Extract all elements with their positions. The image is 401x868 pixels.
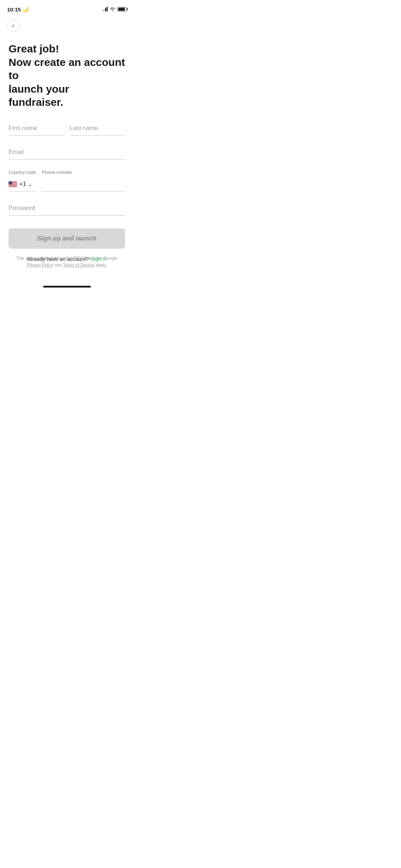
signup-button[interactable]: Sign up and launch [9, 228, 125, 249]
password-field [9, 202, 125, 216]
phone-number-label: Phone number [42, 170, 125, 175]
us-flag-icon: ★ ★ ★ ★ ★ ★ ★ ★ ★ ★ ★ ★ ★ ★ ★ ★ ★ ★ ★ ★ … [9, 181, 17, 187]
page-content: Great job!Now create an account tolaunch… [0, 32, 134, 290]
phone-row: Country code ★ ★ ★ ★ ★ ★ ★ ★ ★ ★ ★ ★ ★ ★ [9, 170, 125, 192]
moon-icon: 🌙 [22, 6, 29, 12]
svg-rect-5 [9, 185, 17, 186]
email-field [9, 146, 125, 160]
back-chevron-icon: ‹ [12, 23, 14, 29]
country-code-label: Country code [9, 170, 36, 175]
footer-text-1: This app is protected by reCAPTCHA and t… [16, 256, 117, 261]
svg-rect-4 [9, 184, 17, 185]
time-label: 10:15 [7, 6, 21, 12]
status-icons [102, 7, 127, 12]
first-name-input[interactable] [9, 122, 64, 136]
page-title: Great job!Now create an account tolaunch… [9, 42, 125, 109]
last-name-input[interactable] [70, 122, 125, 136]
terms-of-service-link[interactable]: Terms of Service [63, 263, 94, 268]
signal-icon [102, 7, 108, 11]
home-indicator [43, 286, 91, 288]
email-input[interactable] [9, 146, 125, 160]
country-code-field: Country code ★ ★ ★ ★ ★ ★ ★ ★ ★ ★ ★ ★ ★ ★ [9, 170, 36, 192]
password-input[interactable] [9, 202, 125, 216]
back-button[interactable]: ‹ [7, 19, 20, 32]
last-name-field [70, 122, 125, 136]
country-code-value: +1 [19, 181, 26, 188]
wifi-icon [110, 7, 115, 12]
phone-input[interactable] [42, 178, 125, 192]
status-bar: 10:15 🌙 [0, 0, 134, 16]
phone-number-field: Phone number [42, 170, 125, 192]
privacy-policy-link[interactable]: Privacy Policy [27, 263, 53, 268]
country-code-selector[interactable]: ★ ★ ★ ★ ★ ★ ★ ★ ★ ★ ★ ★ ★ ★ ★ ★ ★ ★ ★ ★ … [9, 178, 36, 192]
chevron-down-icon: ⌄ [28, 181, 32, 187]
battery-icon [118, 7, 127, 11]
svg-rect-6 [9, 186, 17, 186]
first-name-field [9, 122, 64, 136]
svg-text:★ ★ ★ ★ ★: ★ ★ ★ ★ ★ [9, 184, 12, 184]
status-time: 10:15 🌙 [7, 6, 29, 12]
footer-text-3: apply. [96, 263, 107, 268]
name-row [9, 122, 125, 136]
footer-recaptcha: This app is protected by reCAPTCHA and t… [0, 255, 134, 269]
